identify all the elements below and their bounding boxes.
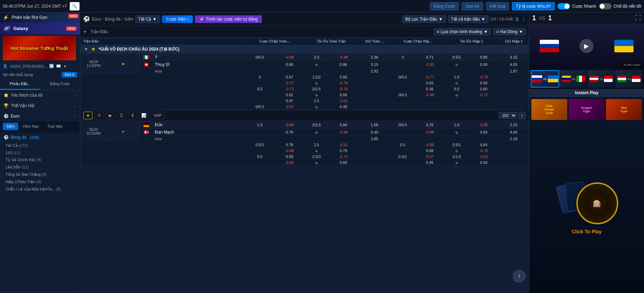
hai-dong-select[interactable]: ≡ Hai Dòng ▼ bbox=[493, 28, 526, 36]
sidebar-cat-chan-le[interactable]: Chẵn / Lẻ của Nửa trận/To... (8) bbox=[0, 186, 80, 193]
m1e3-tx2[interactable]: -0.78 bbox=[328, 86, 358, 92]
collapse-icon[interactable]: ▼ bbox=[84, 47, 88, 52]
match1-play-btn[interactable]: ▶ bbox=[106, 112, 115, 119]
subtab-truc-tiep[interactable]: Trực tiếp bbox=[44, 123, 66, 130]
m1r2-ct2[interactable]: 0.99 bbox=[469, 61, 499, 68]
m1r1-h2[interactable]: -0.99 bbox=[275, 54, 304, 61]
m1e5-h2[interactable]: 0.47 bbox=[275, 98, 304, 104]
m2r1-x2[interactable]: 1.58 bbox=[358, 121, 391, 129]
thumb4[interactable]: vs bbox=[615, 70, 643, 88]
m1r2-x2[interactable]: 3.15 bbox=[358, 61, 391, 68]
m1r1-c2[interactable]: 0.71 bbox=[415, 54, 445, 61]
m2e2-h2[interactable]: -0.88 bbox=[275, 148, 304, 154]
match1-bet-btn[interactable]: $ bbox=[128, 112, 137, 119]
m1e6-tx2[interactable]: 0.49 bbox=[328, 104, 358, 110]
m1e4-ct2[interactable]: -0.72 bbox=[469, 92, 499, 98]
match1-star[interactable]: ★ bbox=[107, 54, 139, 74]
sao-ke-button[interactable]: Sao Kê bbox=[462, 2, 483, 10]
play-button[interactable]: ▶ bbox=[579, 39, 593, 53]
m2e4-h2[interactable]: -0.68 bbox=[275, 160, 304, 166]
m1e3-ct2[interactable]: 0.60 bbox=[469, 86, 499, 92]
match1-fav-btn[interactable]: ★ bbox=[83, 112, 92, 119]
match1-page-select[interactable]: 152 bbox=[498, 112, 517, 119]
m2e1-c2[interactable]: -0.80 bbox=[415, 142, 445, 148]
m1r3-x2h[interactable]: 1.87 bbox=[499, 68, 529, 74]
refresh-icon[interactable]: 🔄 bbox=[49, 64, 54, 68]
fish-prawn-game[interactable]: FishPrawnCrab bbox=[531, 99, 567, 120]
m2e2-ct2[interactable]: -0.76 bbox=[469, 148, 499, 154]
m1r2-tx2[interactable]: 0.86 bbox=[328, 61, 358, 68]
m1e3-c2[interactable]: 0.36 bbox=[415, 86, 445, 92]
tat-ca-tran-select[interactable]: Tất cả trận đấu ▼ bbox=[448, 15, 488, 23]
bang-cuoc-button[interactable]: Bảng Cược bbox=[430, 2, 459, 10]
m1e1-h1[interactable]: 0 bbox=[245, 74, 275, 80]
roulette-section[interactable]: 🎰 Click To Play bbox=[529, 122, 644, 293]
m2e4-ct2[interactable]: 0.50 bbox=[469, 160, 499, 166]
scroll-top-button[interactable]: ↑ bbox=[513, 270, 525, 283]
m1e2-h2[interactable]: -0.77 bbox=[275, 80, 304, 86]
sidebar-item-the-van-hoi[interactable]: 🏆 Thế Vận Hội ⌄ bbox=[0, 100, 80, 111]
che-do-toggle[interactable] bbox=[599, 3, 612, 9]
m2e3-h1[interactable]: 0.5 bbox=[245, 154, 275, 160]
match1-stats-btn[interactable]: 📊 bbox=[139, 112, 148, 119]
m2r1-ct2[interactable]: -0.95 bbox=[469, 121, 499, 129]
galaxy-bar[interactable]: 🌌 Galaxy NEW bbox=[0, 22, 80, 35]
m2r3-x2h[interactable]: 2.18 bbox=[499, 136, 529, 142]
m2r1-c2[interactable]: 0.76 bbox=[415, 121, 445, 129]
m2r1-x2h[interactable]: 2.25 bbox=[499, 121, 529, 129]
bo-loc-select[interactable]: Bộ Lọc Trận Đấu ▼ bbox=[402, 15, 446, 23]
m2e4-tx2[interactable]: 0.60 bbox=[328, 160, 358, 166]
m2e4-c2[interactable]: 0.45 bbox=[415, 160, 445, 166]
sidebar-item-yeu-thich[interactable]: ⭐ Yêu thích của tôi › bbox=[0, 90, 80, 100]
sidebar-item-euro[interactable]: ⚽ Euro ⌃ bbox=[0, 111, 80, 121]
ket-qua-button[interactable]: Kết Quả bbox=[486, 2, 509, 10]
m1e4-c2[interactable]: -0.48 bbox=[415, 92, 445, 98]
match1-page-next[interactable]: › bbox=[518, 112, 526, 119]
m2r1-h1[interactable]: 1.0 bbox=[245, 121, 275, 129]
m1r1-h1[interactable]: 0/0.5 bbox=[245, 54, 275, 61]
thumb2[interactable]: vs bbox=[560, 70, 587, 88]
phien-ban-bar[interactable]: ⚡ Phiên bản Rút Gọn NEW bbox=[0, 13, 80, 22]
m2e1-tx2[interactable]: -0.91 bbox=[328, 142, 358, 148]
sidebar-cat-tat-ca[interactable]: Tất Cả (171) bbox=[0, 142, 80, 149]
m1r1-ct2[interactable]: 0.89 bbox=[469, 54, 499, 61]
more-options-icon[interactable]: ⋮ bbox=[521, 16, 526, 22]
tab-bang-cuoc[interactable]: Bảng Cược bbox=[40, 79, 80, 90]
thumb1[interactable]: vs bbox=[531, 70, 559, 88]
m1r1-x2h[interactable]: 3.15 bbox=[499, 54, 529, 61]
m2r2-x2[interactable]: 5.40 bbox=[358, 129, 391, 136]
m2r1-tx2[interactable]: 0.84 bbox=[328, 121, 358, 129]
m2e3-c2[interactable]: -0.57 bbox=[415, 154, 445, 160]
m1e5-tx2[interactable]: -0.61 bbox=[328, 98, 358, 104]
m2e1-h1[interactable]: 0.5/1 bbox=[245, 142, 275, 148]
m1e3-h2[interactable]: -0.72 bbox=[275, 86, 304, 92]
m1r1-tx2[interactable]: -0.98 bbox=[328, 54, 358, 61]
m1e2-tx2[interactable]: -0.78 bbox=[328, 80, 358, 86]
match2-star[interactable]: ★ bbox=[107, 121, 139, 142]
video-thumbnail[interactable]: ▶ EURO 2024 bbox=[529, 23, 644, 69]
m2e3-tx2[interactable]: -0.72 bbox=[328, 154, 358, 160]
m1e1-ct2[interactable]: -0.70 bbox=[469, 74, 499, 80]
sort-icon[interactable]: ⇅ bbox=[515, 16, 519, 22]
m2e1-h2[interactable]: 0.78 bbox=[275, 142, 304, 148]
hot-streamer-banner[interactable]: Hot Streamer Tướng Thuật bbox=[3, 36, 76, 60]
subtab-hom-nay[interactable]: Hôm Nay bbox=[20, 123, 43, 130]
inh-button[interactable]: INH 0 bbox=[62, 72, 77, 77]
m2r1-h2[interactable]: -0.89 bbox=[275, 121, 304, 129]
trinh-tao-button[interactable]: ⚡ Trình tạo cược xiên tự động bbox=[195, 15, 262, 23]
m2e1-ct2[interactable]: 0.64 bbox=[469, 142, 499, 148]
m1r2-h2[interactable]: 0.89 bbox=[275, 61, 304, 68]
mail-icon[interactable]: ✉️ bbox=[56, 64, 61, 68]
max-tiger-game[interactable]: MaxTiger bbox=[606, 99, 642, 120]
m1e1-tx2[interactable]: 0.66 bbox=[328, 74, 358, 80]
m2e3-h2[interactable]: 0.58 bbox=[275, 154, 304, 160]
m1r2-c2[interactable]: -0.83 bbox=[415, 61, 445, 68]
chevron-down-icon[interactable]: ▼ bbox=[63, 64, 67, 68]
lua-chon-select[interactable]: ≡ Lựa chọn bình thường ▼ bbox=[434, 28, 491, 36]
m1r3-x2[interactable]: 2.92 bbox=[358, 68, 391, 74]
cuoc-nhanh-toggle[interactable] bbox=[558, 3, 570, 9]
sidebar-cat-hiep1[interactable]: Hiệp 1/Toàn Trận (8) bbox=[0, 178, 80, 186]
click-to-play-label[interactable]: Click To Play bbox=[571, 229, 601, 234]
dragon-tiger-game[interactable]: DragonTiger bbox=[569, 99, 605, 120]
m1e4-h2[interactable]: 0.62 bbox=[275, 92, 304, 98]
